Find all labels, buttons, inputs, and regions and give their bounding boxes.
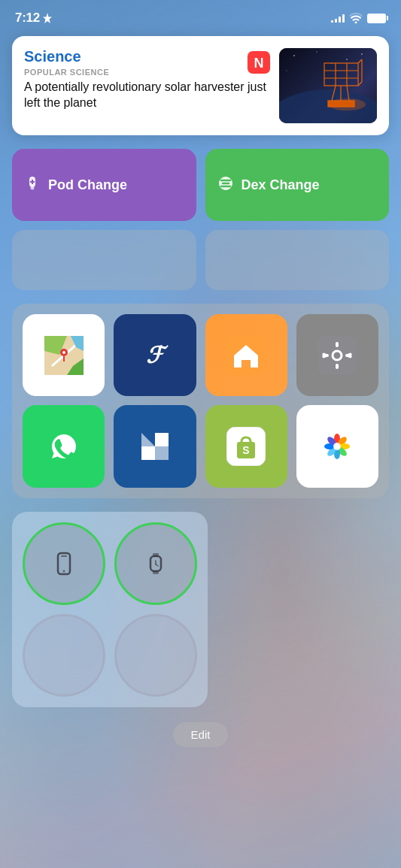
watch-icon (142, 550, 169, 577)
svg-rect-74 (153, 553, 159, 557)
pod-change-icon (24, 175, 41, 195)
svg-marker-53 (155, 433, 169, 446)
edit-button-container: Edit (12, 722, 389, 762)
news-text-area: Science POPULAR SCIENCE N A pot (24, 48, 270, 123)
svg-rect-44 (336, 364, 339, 369)
svg-point-69 (333, 443, 341, 450)
empty-slot-1[interactable] (12, 230, 196, 290)
svg-point-72 (63, 570, 65, 572)
app-grid: ℱ (23, 314, 378, 488)
svg-rect-10 (324, 63, 358, 86)
pod-change-button[interactable]: Pod Change (12, 149, 196, 221)
svg-line-19 (358, 59, 362, 63)
news-headline: A potentially revolutionary solar harves… (24, 80, 270, 111)
phone-icon (50, 550, 77, 577)
app-icon-maps[interactable] (23, 314, 105, 396)
empty-shortcuts-row (12, 230, 389, 290)
dex-change-label: Dex Change (242, 177, 320, 193)
app-icon-settings[interactable] (296, 314, 378, 396)
app-icon-whatsapp[interactable] (23, 405, 105, 487)
location-icon (43, 13, 52, 23)
findmy-empty-4[interactable] (114, 614, 197, 697)
svg-point-36 (62, 351, 65, 354)
svg-rect-43 (336, 342, 339, 347)
pod-change-label: Pod Change (48, 177, 127, 193)
findmy-iphone[interactable] (23, 522, 105, 605)
news-thumbnail (279, 48, 377, 123)
dex-change-icon (217, 175, 234, 195)
status-icons (331, 13, 386, 23)
svg-line-20 (358, 82, 362, 86)
app-icon-scriptographer[interactable]: ℱ (114, 314, 196, 396)
apple-news-badge: N (248, 51, 270, 74)
findmy-watch[interactable] (114, 522, 197, 605)
svg-rect-40 (242, 360, 251, 367)
news-source: POPULAR SCIENCE (24, 68, 109, 77)
svg-point-5 (316, 51, 317, 52)
svg-point-22 (328, 98, 366, 110)
news-title: Science (24, 48, 109, 65)
svg-text:N: N (254, 56, 264, 71)
svg-line-77 (156, 564, 158, 566)
app-icon-photos[interactable] (296, 405, 378, 487)
status-time: 7:12 (15, 11, 40, 26)
news-widget[interactable]: Science POPULAR SCIENCE N A pot (12, 36, 389, 135)
dex-change-button[interactable]: Dex Change (205, 149, 390, 221)
edit-button[interactable]: Edit (173, 722, 229, 747)
app-icon-chase[interactable] (114, 405, 196, 487)
findmy-widget[interactable] (12, 512, 208, 707)
shortcuts-row: Pod Change Dex Change (12, 149, 389, 221)
wifi-icon (349, 13, 363, 23)
app-grid-widget: ℱ (12, 304, 389, 498)
findmy-empty-3[interactable] (23, 614, 105, 697)
svg-point-4 (293, 55, 295, 56)
svg-point-8 (346, 59, 347, 59)
svg-point-6 (361, 53, 363, 55)
findmy-grid (23, 522, 197, 697)
svg-point-24 (31, 186, 35, 189)
status-bar: 7:12 (0, 0, 401, 32)
svg-marker-55 (155, 446, 169, 460)
svg-marker-54 (141, 446, 155, 460)
svg-rect-75 (153, 570, 159, 574)
empty-slot-2[interactable] (205, 230, 390, 290)
battery-icon (367, 14, 386, 23)
signal-bars (331, 14, 345, 23)
app-icon-home[interactable] (205, 314, 287, 396)
svg-text:S: S (242, 444, 249, 456)
svg-point-7 (287, 71, 287, 71)
news-header: Science POPULAR SCIENCE N (24, 48, 270, 77)
app-icon-shopify[interactable]: S (205, 405, 287, 487)
